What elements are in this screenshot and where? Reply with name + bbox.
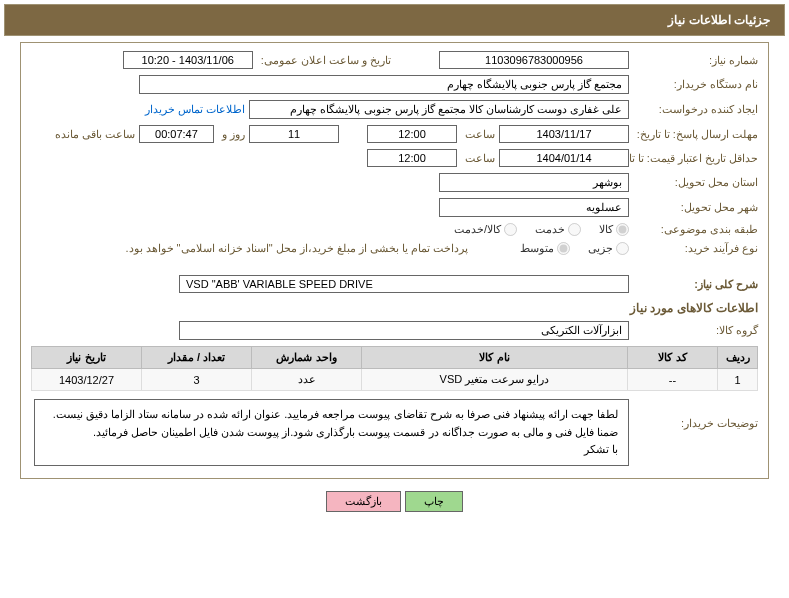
- section-items-title: اطلاعات کالاهای مورد نیاز: [31, 301, 758, 315]
- field-province: بوشهر: [439, 173, 629, 192]
- radio-goods[interactable]: کالا: [599, 223, 629, 236]
- back-button[interactable]: بازگشت: [326, 491, 401, 512]
- label-announce: تاریخ و ساعت اعلان عمومی:: [257, 54, 391, 67]
- label-category: طبقه بندی موضوعی:: [633, 223, 758, 236]
- field-valid-date: 1404/01/14: [499, 149, 629, 167]
- cell-date: 1403/12/27: [32, 369, 142, 391]
- label-validity: حداقل تاریخ اعتبار قیمت: تا تاریخ:: [633, 152, 758, 165]
- label-hour-1: ساعت: [461, 128, 495, 141]
- button-bar: چاپ بازگشت: [0, 483, 789, 516]
- field-buyer-notes: لطفا جهت ارائه پیشنهاد فنی صرفا به شرح ت…: [34, 399, 629, 466]
- label-need-desc: شرح کلی نیاز:: [633, 278, 758, 291]
- field-need-desc: VSD "ABB' VARIABLE SPEED DRIVE: [179, 275, 629, 293]
- radio-small[interactable]: جزیی: [588, 242, 629, 255]
- panel-header: جزئیات اطلاعات نیاز: [4, 4, 785, 36]
- th-unit: واحد شمارش: [252, 347, 362, 369]
- field-requester: علی غفاری دوست کارشناسان کالا مجتمع گاز …: [249, 100, 629, 119]
- label-group: گروه کالا:: [633, 324, 758, 337]
- field-deadline-date: 1403/11/17: [499, 125, 629, 143]
- field-need-no: 1103096783000956: [439, 51, 629, 69]
- cell-qty: 3: [142, 369, 252, 391]
- label-buyer-org: نام دستگاه خریدار:: [633, 78, 758, 91]
- cell-row: 1: [718, 369, 758, 391]
- table-row: 1 -- درایو سرعت متغیر VSD عدد 3 1403/12/…: [32, 369, 758, 391]
- label-province: استان محل تحویل:: [633, 176, 758, 189]
- label-requester: ایجاد کننده درخواست:: [633, 103, 758, 116]
- label-city: شهر محل تحویل:: [633, 201, 758, 214]
- cell-unit: عدد: [252, 369, 362, 391]
- field-countdown: 00:07:47: [139, 125, 214, 143]
- field-deadline-time: 12:00: [367, 125, 457, 143]
- label-time-left: ساعت باقی مانده: [51, 128, 135, 141]
- radio-goods-service[interactable]: کالا/خدمت: [454, 223, 517, 236]
- radio-service[interactable]: خدمت: [535, 223, 581, 236]
- main-panel: شماره نیاز: 1103096783000956 تاریخ و ساع…: [20, 42, 769, 479]
- items-table: ردیف کد کالا نام کالا واحد شمارش تعداد /…: [31, 346, 758, 391]
- field-days: 11: [249, 125, 339, 143]
- cell-code: --: [628, 369, 718, 391]
- link-buyer-contact[interactable]: اطلاعات تماس خریدار: [145, 103, 245, 116]
- th-name: نام کالا: [362, 347, 628, 369]
- label-need-no: شماره نیاز:: [633, 54, 758, 67]
- th-date: تاریخ نیاز: [32, 347, 142, 369]
- print-button[interactable]: چاپ: [405, 491, 463, 512]
- cell-name: درایو سرعت متغیر VSD: [362, 369, 628, 391]
- payment-note: پرداخت تمام یا بخشی از مبلغ خرید،از محل …: [125, 242, 468, 255]
- field-announce: 1403/11/06 - 10:20: [123, 51, 253, 69]
- radio-medium[interactable]: متوسط: [520, 242, 570, 255]
- field-valid-time: 12:00: [367, 149, 457, 167]
- field-group: ابزارآلات الکتریکی: [179, 321, 629, 340]
- label-process: نوع فرآیند خرید:: [633, 242, 758, 255]
- th-code: کد کالا: [628, 347, 718, 369]
- label-deadline: مهلت ارسال پاسخ: تا تاریخ:: [633, 128, 758, 141]
- label-days-and: روز و: [218, 128, 245, 141]
- label-buyer-notes: توضیحات خریدار:: [633, 399, 758, 430]
- th-qty: تعداد / مقدار: [142, 347, 252, 369]
- field-buyer-org: مجتمع گاز پارس جنوبی پالایشگاه چهارم: [139, 75, 629, 94]
- th-row: ردیف: [718, 347, 758, 369]
- field-city: عسلویه: [439, 198, 629, 217]
- label-hour-2: ساعت: [461, 152, 495, 165]
